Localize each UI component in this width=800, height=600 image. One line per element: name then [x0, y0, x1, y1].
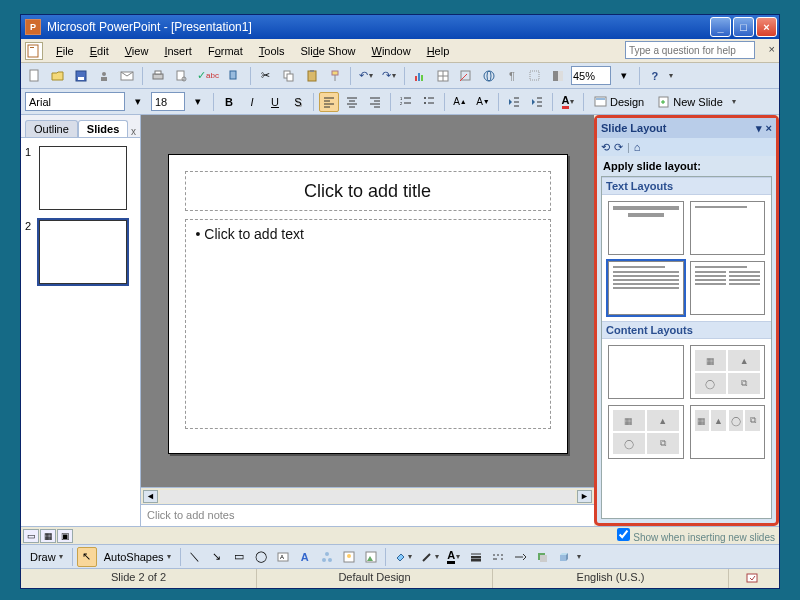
permission-button[interactable]: [94, 66, 114, 86]
menu-view[interactable]: View: [118, 43, 156, 59]
copy-button[interactable]: [279, 66, 299, 86]
insert-hyperlink-button[interactable]: [479, 66, 499, 86]
spellcheck-button[interactable]: ✓abc: [194, 66, 222, 86]
draw-menu[interactable]: Draw▾: [25, 547, 68, 567]
research-button[interactable]: [225, 66, 245, 86]
show-grid-button[interactable]: [525, 66, 545, 86]
mdi-close-button[interactable]: ×: [769, 43, 775, 55]
menu-help[interactable]: Help: [420, 43, 457, 59]
shadow-style-button[interactable]: [532, 547, 552, 567]
layout-content-3[interactable]: ▦▲ ◯⧉: [690, 405, 766, 459]
color-grayscale-button[interactable]: [548, 66, 568, 86]
font-color-button[interactable]: A▾: [558, 92, 578, 112]
save-button[interactable]: [71, 66, 91, 86]
textbox-tool[interactable]: A: [273, 547, 293, 567]
zoom-dropdown[interactable]: ▾: [614, 66, 634, 86]
show-when-inserting-option[interactable]: Show when inserting new slides: [615, 527, 777, 544]
align-left-button[interactable]: [319, 92, 339, 112]
slide-sorter-view-button[interactable]: ▦: [40, 529, 56, 543]
insert-table-button[interactable]: [433, 66, 453, 86]
forward-icon[interactable]: ⟳: [614, 141, 623, 154]
open-button[interactable]: [48, 66, 68, 86]
line-color-button[interactable]: ▾: [417, 547, 442, 567]
email-button[interactable]: [117, 66, 137, 86]
numbered-list-button[interactable]: 12: [396, 92, 416, 112]
layout-two-content[interactable]: [690, 261, 766, 315]
taskpane-menu-icon[interactable]: ▾: [756, 122, 762, 135]
italic-button[interactable]: I: [242, 92, 262, 112]
dash-style-button[interactable]: [488, 547, 508, 567]
layout-content[interactable]: ▦▲◯⧉: [690, 345, 766, 399]
font-size-select[interactable]: [151, 92, 185, 111]
close-button[interactable]: ×: [756, 17, 777, 37]
thumbnail-row[interactable]: 2: [25, 220, 136, 284]
cut-button[interactable]: ✂: [256, 66, 276, 86]
expand-all-button[interactable]: ¶: [502, 66, 522, 86]
font-dropdown[interactable]: ▾: [128, 92, 148, 112]
scroll-track[interactable]: [160, 490, 575, 503]
menu-format[interactable]: Format: [201, 43, 250, 59]
design-button[interactable]: Design: [589, 92, 649, 112]
rectangle-tool[interactable]: ▭: [229, 547, 249, 567]
autoshapes-menu[interactable]: AutoShapes▾: [99, 547, 176, 567]
slide-thumbnail[interactable]: [39, 220, 127, 284]
zoom-select[interactable]: [571, 66, 611, 85]
tables-borders-button[interactable]: [456, 66, 476, 86]
decrease-indent-button[interactable]: [504, 92, 524, 112]
decrease-font-button[interactable]: A▼: [473, 92, 493, 112]
text-shadow-button[interactable]: S: [288, 92, 308, 112]
status-spellcheck-icon[interactable]: [729, 569, 779, 588]
scroll-right-button[interactable]: ►: [577, 490, 592, 503]
clipart-button[interactable]: [339, 547, 359, 567]
fill-color-button[interactable]: ▾: [390, 547, 415, 567]
underline-button[interactable]: U: [265, 92, 285, 112]
oval-tool[interactable]: ◯: [251, 547, 271, 567]
toolbar-options[interactable]: ▾: [732, 97, 736, 106]
line-style-button[interactable]: [466, 547, 486, 567]
increase-font-button[interactable]: A▲: [450, 92, 470, 112]
show-when-inserting-checkbox[interactable]: [617, 528, 630, 541]
arrow-style-button[interactable]: [510, 547, 530, 567]
close-panel-button[interactable]: x: [131, 126, 136, 137]
line-tool[interactable]: ＼: [185, 547, 205, 567]
scroll-left-button[interactable]: ◄: [143, 490, 158, 503]
redo-button[interactable]: ↷▾: [379, 66, 399, 86]
taskpane-close-button[interactable]: ×: [766, 122, 772, 135]
layout-title-only[interactable]: [608, 201, 684, 255]
menu-slideshow[interactable]: Slide Show: [293, 43, 362, 59]
toolbar-options[interactable]: ▾: [577, 552, 581, 561]
3d-style-button[interactable]: [554, 547, 574, 567]
paste-button[interactable]: [302, 66, 322, 86]
font-color-button-draw[interactable]: A▾: [444, 547, 464, 567]
bold-button[interactable]: B: [219, 92, 239, 112]
increase-indent-button[interactable]: [527, 92, 547, 112]
menu-window[interactable]: Window: [365, 43, 418, 59]
layout-content-2[interactable]: ▦▲◯⧉: [608, 405, 684, 459]
align-center-button[interactable]: [342, 92, 362, 112]
insert-chart-button[interactable]: [410, 66, 430, 86]
notes-pane[interactable]: Click to add notes: [141, 504, 594, 526]
home-icon[interactable]: ⌂: [634, 141, 641, 153]
ask-question-input[interactable]: [625, 41, 755, 59]
print-preview-button[interactable]: [171, 66, 191, 86]
insert-picture-button[interactable]: [361, 547, 381, 567]
normal-view-button[interactable]: ▭: [23, 529, 39, 543]
thumbnail-row[interactable]: 1: [25, 146, 136, 210]
layout-blank[interactable]: [608, 345, 684, 399]
undo-button[interactable]: ↶▾: [356, 66, 376, 86]
minimize-button[interactable]: _: [710, 17, 731, 37]
menu-file[interactable]: FFileile: [49, 43, 81, 59]
print-button[interactable]: [148, 66, 168, 86]
body-placeholder[interactable]: Click to add text: [185, 219, 551, 429]
bullet-list-button[interactable]: [419, 92, 439, 112]
help-button[interactable]: ?: [645, 66, 665, 86]
menu-tools[interactable]: Tools: [252, 43, 292, 59]
layout-title-subtitle[interactable]: [690, 201, 766, 255]
new-slide-button[interactable]: New Slide: [652, 92, 728, 112]
document-icon[interactable]: [25, 42, 43, 60]
tab-slides[interactable]: Slides: [78, 120, 128, 137]
back-icon[interactable]: ⟲: [601, 141, 610, 154]
diagram-button[interactable]: [317, 547, 337, 567]
layout-title-content[interactable]: [608, 261, 684, 315]
horizontal-scrollbar[interactable]: ◄ ►: [141, 487, 594, 504]
